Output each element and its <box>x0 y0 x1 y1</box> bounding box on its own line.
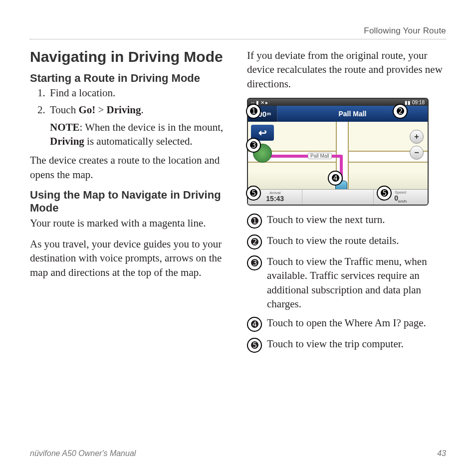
callout-text-3: Touch to view the Traffic menu, when ava… <box>267 254 446 311</box>
section-title: Navigating in Driving Mode <box>30 48 229 66</box>
note-label: NOTE <box>50 121 80 133</box>
step-2-pre: Touch <box>50 104 78 116</box>
footer-left: nüvifone A50 Owner's Manual <box>30 449 136 458</box>
device-figure: ◦◦ ▮ ✕ ▸ ▮▮ 09:18 100m Pall Mall <box>247 98 433 206</box>
note-driving: Driving <box>50 135 84 147</box>
two-column-layout: Navigating in Driving Mode Starting a Ro… <box>30 48 446 358</box>
step-2-gt: > <box>95 104 106 116</box>
callout-text-4: Touch to open the Where Am I? page. <box>267 316 446 330</box>
step-2-post: . <box>141 104 143 116</box>
callout-marker-3: ➌ <box>246 138 261 153</box>
trip-computer-bar[interactable]: Arrival 15:43 Speed 0km/h <box>248 189 428 205</box>
map-road-label: Pall Mall <box>308 153 332 159</box>
callout-num-1: ➊ <box>247 214 262 229</box>
para-voice-prompts: As you travel, your device guides you to… <box>30 237 229 279</box>
right-column: If you deviate from the original route, … <box>247 48 446 358</box>
callout-row-3: ➌ Touch to view the Traffic menu, when a… <box>247 254 446 311</box>
para-device-creates-route: The device creates a route to the locati… <box>30 153 229 182</box>
callout-marker-5a: ➎ <box>246 186 261 201</box>
manual-page: Following Your Route Navigating in Drivi… <box>0 0 476 476</box>
callout-text-5: Touch to view the trip computer. <box>267 337 446 351</box>
callout-row-4: ➍ Touch to open the Where Am I? page. <box>247 316 446 332</box>
running-head: Following Your Route <box>30 26 446 39</box>
zoom-in-button[interactable]: + <box>410 130 424 144</box>
callout-text-2: Touch to view the route details. <box>267 234 446 247</box>
note-block: NOTE: When the device is in the mount, D… <box>50 120 229 149</box>
note-text-2: is automatically selected. <box>84 135 193 147</box>
subhead-starting-route: Starting a Route in Driving Mode <box>30 72 229 85</box>
page-footer: nüvifone A50 Owner's Manual 43 <box>30 449 446 458</box>
step-2-go: Go! <box>78 104 95 116</box>
callout-row-5: ➎ Touch to view the trip computer. <box>247 337 446 353</box>
arrival-value: 15:43 <box>266 195 284 203</box>
callout-legend: ➊ Touch to view the next turn. ➋ Touch t… <box>247 213 446 353</box>
center-panel[interactable] <box>302 190 373 205</box>
callout-row-1: ➊ Touch to view the next turn. <box>247 213 446 229</box>
subhead-using-map: Using the Map to Navigate in Driving Mod… <box>30 189 229 215</box>
callout-row-2: ➋ Touch to view the route details. <box>247 234 446 249</box>
callout-num-5: ➎ <box>247 338 262 353</box>
left-column: Navigating in Driving Mode Starting a Ro… <box>30 48 229 358</box>
para-deviate: If you deviate from the original route, … <box>247 48 446 91</box>
callout-num-2: ➋ <box>247 235 262 249</box>
para-magenta-line: Your route is marked with a magenta line… <box>30 216 229 230</box>
callout-text-1: Touch to view the next turn. <box>267 213 446 227</box>
speed-unit: km/h <box>398 199 407 204</box>
callout-marker-2: ➋ <box>393 104 408 119</box>
step-2: Touch Go! > Driving. NOTE: When the devi… <box>48 103 229 148</box>
callout-marker-1: ➊ <box>246 104 261 119</box>
note-text-1: : When the device is in the mount, <box>80 121 224 133</box>
callout-marker-4: ➍ <box>328 171 343 186</box>
zoom-out-button[interactable]: − <box>410 146 424 160</box>
speed-value: 0km/h <box>394 195 407 204</box>
map-area[interactable]: Pall Mall + − Arrival 15:43 Speed <box>248 122 428 205</box>
callout-marker-5b: ➎ <box>377 186 392 201</box>
callout-num-3: ➌ <box>247 255 262 270</box>
steps-list: Find a location. Touch Go! > Driving. NO… <box>30 86 229 148</box>
callout-num-4: ➍ <box>247 317 262 332</box>
footer-page-number: 43 <box>437 449 446 458</box>
status-right: ▮▮ 09:18 <box>405 100 425 105</box>
distance-unit: m <box>267 111 271 116</box>
step-1: Find a location. <box>48 86 229 100</box>
step-2-driving: Driving <box>107 104 141 116</box>
